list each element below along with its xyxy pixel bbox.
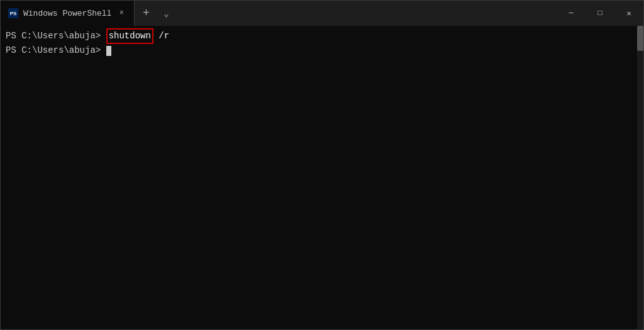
prompt-1: PS C:\Users\abuja> <box>6 30 101 43</box>
window-controls: ─ □ ✕ <box>557 1 643 26</box>
terminal-line-1: PS C:\Users\abuja> shutdown /r <box>6 28 638 44</box>
tab-close-button[interactable]: × <box>116 8 126 18</box>
close-button[interactable]: ✕ <box>614 1 643 26</box>
maximize-button[interactable]: □ <box>586 1 614 26</box>
terminal-cursor <box>106 46 111 56</box>
powershell-icon: PS <box>8 8 18 18</box>
terminal-window: PS Windows PowerShell × + ⌄ ─ □ ✕ PS C:\… <box>0 0 644 330</box>
scrollbar-thumb[interactable] <box>637 26 643 51</box>
tab-label: Windows PowerShell <box>23 9 111 18</box>
command-shutdown-highlighted: shutdown <box>106 28 153 44</box>
new-tab-button[interactable]: + <box>135 1 157 26</box>
command-r-arg: /r <box>153 30 169 43</box>
terminal-body[interactable]: PS C:\Users\abuja> shutdown /r PS C:\Use… <box>1 26 643 329</box>
scrollbar[interactable] <box>637 26 643 329</box>
prompt-2: PS C:\Users\abuja> <box>6 44 101 57</box>
powershell-tab[interactable]: PS Windows PowerShell × <box>1 1 135 26</box>
minimize-button[interactable]: ─ <box>557 1 586 26</box>
space-2 <box>101 44 106 57</box>
titlebar: PS Windows PowerShell × + ⌄ ─ □ ✕ <box>1 1 643 26</box>
tab-area: PS Windows PowerShell × + ⌄ <box>1 1 557 26</box>
terminal-line-2: PS C:\Users\abuja> <box>6 44 638 57</box>
tab-dropdown-button[interactable]: ⌄ <box>157 1 175 26</box>
space-1 <box>101 30 106 43</box>
